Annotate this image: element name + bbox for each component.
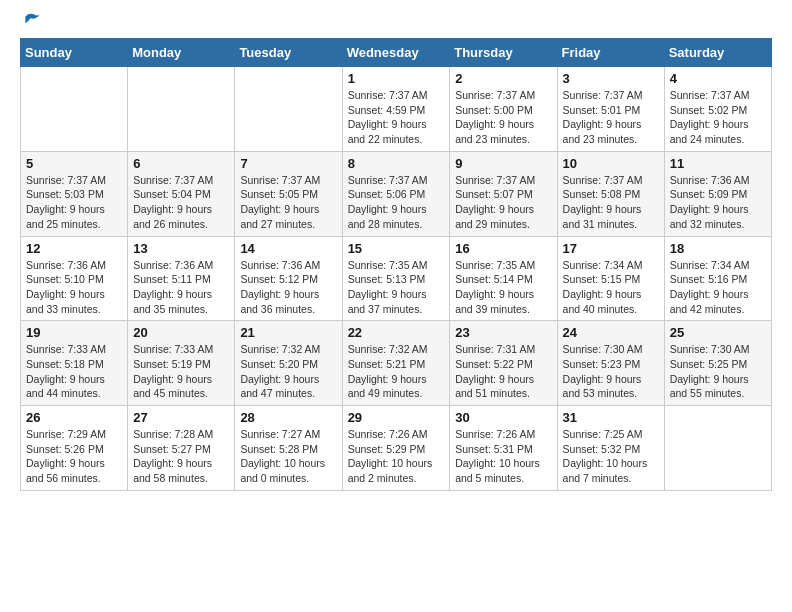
day-number: 21 bbox=[240, 325, 336, 340]
day-info: Sunrise: 7:36 AM Sunset: 5:11 PM Dayligh… bbox=[133, 258, 229, 317]
calendar-cell: 16Sunrise: 7:35 AM Sunset: 5:14 PM Dayli… bbox=[450, 236, 557, 321]
calendar-cell: 17Sunrise: 7:34 AM Sunset: 5:15 PM Dayli… bbox=[557, 236, 664, 321]
day-number: 15 bbox=[348, 241, 445, 256]
weekday-header-thursday: Thursday bbox=[450, 39, 557, 67]
day-info: Sunrise: 7:32 AM Sunset: 5:21 PM Dayligh… bbox=[348, 342, 445, 401]
day-info: Sunrise: 7:37 AM Sunset: 5:00 PM Dayligh… bbox=[455, 88, 551, 147]
day-info: Sunrise: 7:36 AM Sunset: 5:10 PM Dayligh… bbox=[26, 258, 122, 317]
day-number: 6 bbox=[133, 156, 229, 171]
day-info: Sunrise: 7:37 AM Sunset: 5:08 PM Dayligh… bbox=[563, 173, 659, 232]
calendar-cell: 6Sunrise: 7:37 AM Sunset: 5:04 PM Daylig… bbox=[128, 151, 235, 236]
day-info: Sunrise: 7:36 AM Sunset: 5:12 PM Dayligh… bbox=[240, 258, 336, 317]
calendar-cell: 11Sunrise: 7:36 AM Sunset: 5:09 PM Dayli… bbox=[664, 151, 771, 236]
calendar-cell: 9Sunrise: 7:37 AM Sunset: 5:07 PM Daylig… bbox=[450, 151, 557, 236]
day-number: 20 bbox=[133, 325, 229, 340]
day-number: 5 bbox=[26, 156, 122, 171]
day-info: Sunrise: 7:37 AM Sunset: 5:07 PM Dayligh… bbox=[455, 173, 551, 232]
day-number: 2 bbox=[455, 71, 551, 86]
day-info: Sunrise: 7:37 AM Sunset: 5:02 PM Dayligh… bbox=[670, 88, 766, 147]
day-number: 30 bbox=[455, 410, 551, 425]
day-number: 22 bbox=[348, 325, 445, 340]
calendar-cell: 30Sunrise: 7:26 AM Sunset: 5:31 PM Dayli… bbox=[450, 406, 557, 491]
day-info: Sunrise: 7:30 AM Sunset: 5:25 PM Dayligh… bbox=[670, 342, 766, 401]
day-info: Sunrise: 7:27 AM Sunset: 5:28 PM Dayligh… bbox=[240, 427, 336, 486]
calendar-cell bbox=[128, 67, 235, 152]
day-number: 13 bbox=[133, 241, 229, 256]
day-number: 8 bbox=[348, 156, 445, 171]
day-info: Sunrise: 7:30 AM Sunset: 5:23 PM Dayligh… bbox=[563, 342, 659, 401]
logo-bird-icon bbox=[22, 10, 42, 30]
calendar-cell: 31Sunrise: 7:25 AM Sunset: 5:32 PM Dayli… bbox=[557, 406, 664, 491]
day-number: 7 bbox=[240, 156, 336, 171]
calendar-cell bbox=[21, 67, 128, 152]
calendar-week-5: 26Sunrise: 7:29 AM Sunset: 5:26 PM Dayli… bbox=[21, 406, 772, 491]
day-info: Sunrise: 7:37 AM Sunset: 5:06 PM Dayligh… bbox=[348, 173, 445, 232]
day-number: 9 bbox=[455, 156, 551, 171]
weekday-header-monday: Monday bbox=[128, 39, 235, 67]
weekday-header-sunday: Sunday bbox=[21, 39, 128, 67]
calendar-cell: 21Sunrise: 7:32 AM Sunset: 5:20 PM Dayli… bbox=[235, 321, 342, 406]
day-number: 10 bbox=[563, 156, 659, 171]
day-info: Sunrise: 7:26 AM Sunset: 5:31 PM Dayligh… bbox=[455, 427, 551, 486]
day-number: 25 bbox=[670, 325, 766, 340]
calendar-cell: 19Sunrise: 7:33 AM Sunset: 5:18 PM Dayli… bbox=[21, 321, 128, 406]
day-info: Sunrise: 7:34 AM Sunset: 5:15 PM Dayligh… bbox=[563, 258, 659, 317]
calendar-week-4: 19Sunrise: 7:33 AM Sunset: 5:18 PM Dayli… bbox=[21, 321, 772, 406]
calendar-cell: 15Sunrise: 7:35 AM Sunset: 5:13 PM Dayli… bbox=[342, 236, 450, 321]
day-info: Sunrise: 7:37 AM Sunset: 4:59 PM Dayligh… bbox=[348, 88, 445, 147]
calendar-cell: 28Sunrise: 7:27 AM Sunset: 5:28 PM Dayli… bbox=[235, 406, 342, 491]
day-number: 29 bbox=[348, 410, 445, 425]
day-number: 19 bbox=[26, 325, 122, 340]
day-number: 14 bbox=[240, 241, 336, 256]
calendar-cell: 13Sunrise: 7:36 AM Sunset: 5:11 PM Dayli… bbox=[128, 236, 235, 321]
day-number: 27 bbox=[133, 410, 229, 425]
day-info: Sunrise: 7:29 AM Sunset: 5:26 PM Dayligh… bbox=[26, 427, 122, 486]
calendar-cell: 27Sunrise: 7:28 AM Sunset: 5:27 PM Dayli… bbox=[128, 406, 235, 491]
day-number: 28 bbox=[240, 410, 336, 425]
day-info: Sunrise: 7:32 AM Sunset: 5:20 PM Dayligh… bbox=[240, 342, 336, 401]
weekday-header-saturday: Saturday bbox=[664, 39, 771, 67]
calendar-cell: 18Sunrise: 7:34 AM Sunset: 5:16 PM Dayli… bbox=[664, 236, 771, 321]
day-info: Sunrise: 7:31 AM Sunset: 5:22 PM Dayligh… bbox=[455, 342, 551, 401]
day-info: Sunrise: 7:36 AM Sunset: 5:09 PM Dayligh… bbox=[670, 173, 766, 232]
calendar-cell: 7Sunrise: 7:37 AM Sunset: 5:05 PM Daylig… bbox=[235, 151, 342, 236]
calendar-cell: 10Sunrise: 7:37 AM Sunset: 5:08 PM Dayli… bbox=[557, 151, 664, 236]
day-info: Sunrise: 7:33 AM Sunset: 5:18 PM Dayligh… bbox=[26, 342, 122, 401]
calendar-cell: 22Sunrise: 7:32 AM Sunset: 5:21 PM Dayli… bbox=[342, 321, 450, 406]
day-info: Sunrise: 7:28 AM Sunset: 5:27 PM Dayligh… bbox=[133, 427, 229, 486]
calendar-cell bbox=[235, 67, 342, 152]
day-number: 23 bbox=[455, 325, 551, 340]
day-info: Sunrise: 7:25 AM Sunset: 5:32 PM Dayligh… bbox=[563, 427, 659, 486]
day-info: Sunrise: 7:35 AM Sunset: 5:14 PM Dayligh… bbox=[455, 258, 551, 317]
page-header bbox=[20, 10, 772, 30]
day-number: 4 bbox=[670, 71, 766, 86]
day-info: Sunrise: 7:37 AM Sunset: 5:04 PM Dayligh… bbox=[133, 173, 229, 232]
day-number: 1 bbox=[348, 71, 445, 86]
day-number: 3 bbox=[563, 71, 659, 86]
weekday-header-wednesday: Wednesday bbox=[342, 39, 450, 67]
calendar-header-row: SundayMondayTuesdayWednesdayThursdayFrid… bbox=[21, 39, 772, 67]
day-number: 31 bbox=[563, 410, 659, 425]
day-info: Sunrise: 7:37 AM Sunset: 5:03 PM Dayligh… bbox=[26, 173, 122, 232]
day-number: 26 bbox=[26, 410, 122, 425]
day-info: Sunrise: 7:35 AM Sunset: 5:13 PM Dayligh… bbox=[348, 258, 445, 317]
calendar-cell: 1Sunrise: 7:37 AM Sunset: 4:59 PM Daylig… bbox=[342, 67, 450, 152]
calendar-week-3: 12Sunrise: 7:36 AM Sunset: 5:10 PM Dayli… bbox=[21, 236, 772, 321]
day-info: Sunrise: 7:37 AM Sunset: 5:01 PM Dayligh… bbox=[563, 88, 659, 147]
calendar-cell: 26Sunrise: 7:29 AM Sunset: 5:26 PM Dayli… bbox=[21, 406, 128, 491]
calendar-cell: 29Sunrise: 7:26 AM Sunset: 5:29 PM Dayli… bbox=[342, 406, 450, 491]
day-info: Sunrise: 7:33 AM Sunset: 5:19 PM Dayligh… bbox=[133, 342, 229, 401]
calendar-cell: 2Sunrise: 7:37 AM Sunset: 5:00 PM Daylig… bbox=[450, 67, 557, 152]
calendar-cell: 3Sunrise: 7:37 AM Sunset: 5:01 PM Daylig… bbox=[557, 67, 664, 152]
day-number: 12 bbox=[26, 241, 122, 256]
calendar-cell: 20Sunrise: 7:33 AM Sunset: 5:19 PM Dayli… bbox=[128, 321, 235, 406]
calendar-cell: 4Sunrise: 7:37 AM Sunset: 5:02 PM Daylig… bbox=[664, 67, 771, 152]
calendar-cell: 25Sunrise: 7:30 AM Sunset: 5:25 PM Dayli… bbox=[664, 321, 771, 406]
weekday-header-friday: Friday bbox=[557, 39, 664, 67]
calendar-table: SundayMondayTuesdayWednesdayThursdayFrid… bbox=[20, 38, 772, 491]
calendar-cell: 14Sunrise: 7:36 AM Sunset: 5:12 PM Dayli… bbox=[235, 236, 342, 321]
day-number: 18 bbox=[670, 241, 766, 256]
calendar-cell bbox=[664, 406, 771, 491]
calendar-cell: 24Sunrise: 7:30 AM Sunset: 5:23 PM Dayli… bbox=[557, 321, 664, 406]
calendar-week-2: 5Sunrise: 7:37 AM Sunset: 5:03 PM Daylig… bbox=[21, 151, 772, 236]
